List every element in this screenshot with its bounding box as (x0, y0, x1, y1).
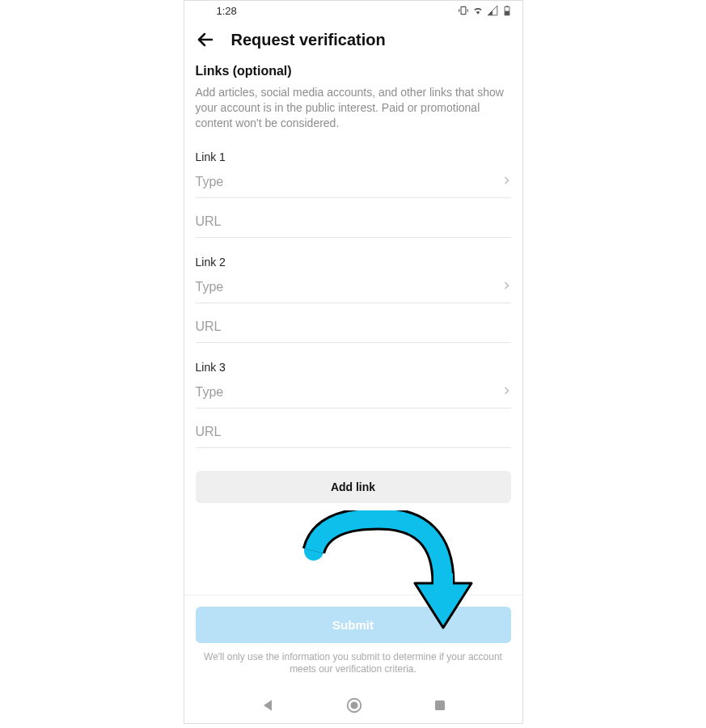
type-placeholder: Type (196, 175, 224, 189)
link-label: Link 2 (196, 256, 511, 269)
link-group-3: Link 3 Type URL (196, 361, 511, 448)
wifi-icon (472, 5, 484, 16)
link-type-selector[interactable]: Type (196, 175, 511, 198)
svg-rect-0 (461, 6, 466, 14)
link-type-selector[interactable]: Type (196, 385, 511, 408)
url-placeholder: URL (196, 214, 222, 229)
nav-home-button[interactable] (345, 696, 363, 714)
vibrate-icon (458, 5, 469, 16)
url-placeholder: URL (196, 320, 222, 334)
android-nav-bar (184, 688, 522, 723)
link-label: Link 3 (196, 361, 511, 374)
app-header: Request verification (184, 20, 522, 64)
svg-rect-5 (505, 6, 507, 6)
content-area: Links (optional) Add articles, social me… (184, 64, 522, 595)
svg-rect-4 (505, 11, 509, 15)
section-title: Links (optional) (196, 64, 511, 78)
url-placeholder: URL (196, 425, 222, 439)
link-url-input[interactable]: URL (196, 214, 511, 238)
back-button[interactable] (196, 30, 215, 49)
status-bar: 1:28 (184, 1, 522, 20)
footer-note: We'll only use the information you submi… (196, 651, 511, 676)
link-group-1: Link 1 Type URL (196, 150, 511, 238)
status-icons (458, 5, 513, 16)
link-type-selector[interactable]: Type (196, 280, 511, 303)
submit-button[interactable]: Submit (196, 607, 511, 643)
chevron-right-icon (501, 280, 511, 294)
section-description: Add articles, social media accounts, and… (196, 85, 511, 131)
link-url-input[interactable]: URL (196, 320, 511, 343)
link-label: Link 1 (196, 150, 511, 163)
link-url-input[interactable]: URL (196, 425, 511, 448)
svg-point-8 (351, 702, 357, 708)
chevron-right-icon (501, 385, 511, 400)
nav-recents-button[interactable] (433, 698, 447, 713)
type-placeholder: Type (196, 280, 224, 294)
svg-rect-9 (435, 700, 445, 710)
add-link-button[interactable]: Add link (196, 471, 511, 503)
page-title: Request verification (231, 31, 386, 49)
type-placeholder: Type (196, 385, 224, 400)
bottom-section: Submit We'll only use the information yo… (184, 595, 522, 688)
link-group-2: Link 2 Type URL (196, 256, 511, 343)
status-time: 1:28 (194, 5, 237, 17)
phone-frame: 1:28 Request verification Links (optiona… (184, 0, 523, 724)
signal-icon (487, 5, 498, 16)
nav-back-button[interactable] (260, 697, 276, 713)
arrow-left-icon (196, 30, 215, 49)
battery-icon (501, 5, 513, 16)
chevron-right-icon (501, 175, 511, 189)
